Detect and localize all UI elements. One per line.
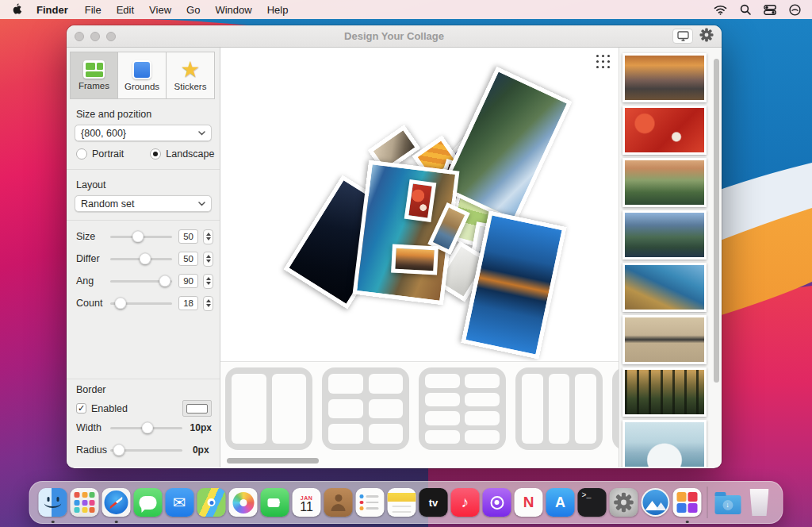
- border-enabled-checkbox[interactable]: ✓: [76, 403, 86, 414]
- drag-handle-icon[interactable]: [596, 55, 610, 68]
- dock-reminders[interactable]: [354, 481, 386, 524]
- window-title: Design Your Collage: [67, 30, 722, 42]
- count-slider-label: Count: [76, 298, 109, 309]
- menu-file[interactable]: File: [85, 4, 102, 16]
- apple-menu-icon[interactable]: [11, 3, 22, 16]
- collage-photo-sunset-pier[interactable]: [391, 244, 439, 275]
- close-button[interactable]: [75, 32, 84, 41]
- template-2x4-grid[interactable]: [419, 367, 506, 450]
- dock-messages[interactable]: [132, 481, 164, 524]
- dock-news[interactable]: N: [513, 481, 545, 524]
- layout-heading: Layout: [67, 170, 220, 194]
- dock-trash[interactable]: [744, 481, 776, 524]
- differ-stepper[interactable]: [203, 252, 213, 267]
- layout-select[interactable]: Random set: [75, 195, 212, 212]
- dock-downloads-folder[interactable]: ↓: [712, 481, 744, 524]
- library-photo-strawberries[interactable]: [622, 106, 707, 155]
- dock-facetime[interactable]: [259, 481, 291, 524]
- size-slider[interactable]: [110, 236, 172, 238]
- menu-bar: Finder File Edit View Go Window Help: [0, 0, 812, 19]
- dock-terminal[interactable]: >_: [576, 481, 608, 524]
- tab-stickers[interactable]: ★ Stickers: [167, 52, 215, 99]
- dock-podcasts[interactable]: [481, 481, 513, 524]
- title-bar[interactable]: Design Your Collage: [67, 25, 722, 48]
- library-photo-fjord-mountains[interactable]: [622, 210, 707, 260]
- search-icon[interactable]: [740, 4, 751, 15]
- control-center-icon[interactable]: [764, 5, 776, 15]
- library-photo-futuristic-architecture[interactable]: [622, 420, 707, 467]
- library-photo-cliff-sunset[interactable]: [622, 158, 707, 207]
- dock-mail[interactable]: ✉: [164, 481, 196, 524]
- angle-stepper[interactable]: [203, 274, 213, 289]
- dock-system-preferences[interactable]: [608, 481, 640, 524]
- horizontal-scrollbar-thumb[interactable]: [227, 458, 319, 464]
- tab-grounds-label: Grounds: [124, 82, 159, 91]
- collage-canvas[interactable]: [220, 48, 619, 361]
- size-value-field[interactable]: 50: [178, 229, 198, 244]
- border-radius-slider[interactable]: [110, 449, 182, 452]
- angle-slider[interactable]: [110, 280, 172, 283]
- border-radius-value: 0px: [189, 443, 213, 457]
- dock-launchpad[interactable]: [69, 481, 101, 524]
- dock-safari[interactable]: [101, 481, 132, 524]
- dock-tv[interactable]: tv: [418, 481, 450, 524]
- tab-grounds[interactable]: Grounds: [118, 52, 167, 99]
- dock: ✉ JAN11 tv ♪ N A >_: [29, 481, 783, 524]
- menu-go[interactable]: Go: [186, 4, 200, 16]
- dock-mountain-photo-app[interactable]: [640, 481, 672, 524]
- count-slider[interactable]: [110, 302, 172, 305]
- minimize-button[interactable]: [90, 32, 100, 41]
- landscape-radio[interactable]: Landscape: [150, 148, 214, 160]
- vertical-scrollbar[interactable]: [714, 59, 719, 383]
- dock-music[interactable]: ♪: [450, 481, 481, 524]
- size-stepper[interactable]: [203, 229, 213, 244]
- dock-contacts[interactable]: [323, 481, 354, 524]
- menu-edit[interactable]: Edit: [117, 4, 134, 16]
- horizontal-scrollbar[interactable]: [220, 455, 619, 467]
- template-2x3-grid-partial[interactable]: [612, 367, 619, 450]
- portrait-radio[interactable]: Portrait: [76, 148, 124, 160]
- template-3-columns[interactable]: [515, 367, 603, 450]
- template-2-columns[interactable]: [225, 367, 312, 450]
- count-stepper[interactable]: [203, 296, 213, 311]
- canvas-size-select[interactable]: {800, 600}: [75, 125, 212, 141]
- collage-photo-strawberries[interactable]: [404, 179, 437, 222]
- dock-divider: [707, 487, 708, 518]
- size-position-heading: Size and pozition: [67, 99, 220, 123]
- library-photo-rifle-on-sand[interactable]: [622, 315, 707, 364]
- tab-frames-label: Frames: [79, 81, 109, 90]
- dock-collage-app[interactable]: [672, 481, 703, 524]
- settings-gear-button[interactable]: [699, 28, 714, 45]
- active-app-menu[interactable]: Finder: [36, 4, 68, 16]
- dock-notes[interactable]: [386, 481, 418, 524]
- menu-help[interactable]: Help: [267, 4, 289, 16]
- border-color-well[interactable]: [182, 400, 212, 417]
- display-preview-button[interactable]: [672, 29, 693, 44]
- dock-photos[interactable]: [228, 481, 259, 524]
- library-photo-forest-sunlight[interactable]: [622, 367, 707, 417]
- library-photo-coastal-pine[interactable]: [622, 263, 707, 312]
- layout-template-strip: [220, 361, 619, 455]
- count-value-field[interactable]: 18: [178, 296, 198, 310]
- wifi-icon[interactable]: [714, 5, 727, 15]
- differ-value-field[interactable]: 50: [178, 252, 198, 266]
- collage-app-window: Design Your Collage: [67, 25, 722, 468]
- library-photo-sunset-pier[interactable]: [622, 53, 707, 102]
- menu-view[interactable]: View: [149, 4, 171, 16]
- dock-finder[interactable]: [37, 481, 69, 524]
- template-2x3-grid[interactable]: [322, 367, 409, 450]
- dock-calendar[interactable]: JAN11: [291, 481, 323, 524]
- tab-frames[interactable]: Frames: [70, 52, 118, 99]
- mode-tabs: Frames Grounds ★ Stickers: [67, 48, 220, 99]
- size-slider-label: Size: [76, 231, 109, 242]
- controls-panel: Frames Grounds ★ Stickers Size and pozit…: [67, 48, 220, 467]
- menu-window[interactable]: Window: [215, 4, 251, 16]
- differ-slider-label: Differ: [76, 253, 109, 264]
- dock-app-store[interactable]: A: [545, 481, 576, 524]
- dock-maps[interactable]: [196, 481, 228, 524]
- differ-slider[interactable]: [110, 258, 172, 260]
- zoom-button[interactable]: [106, 32, 116, 41]
- user-account-icon[interactable]: [789, 4, 801, 16]
- border-width-slider[interactable]: [110, 427, 182, 429]
- angle-value-field[interactable]: 90: [178, 274, 198, 288]
